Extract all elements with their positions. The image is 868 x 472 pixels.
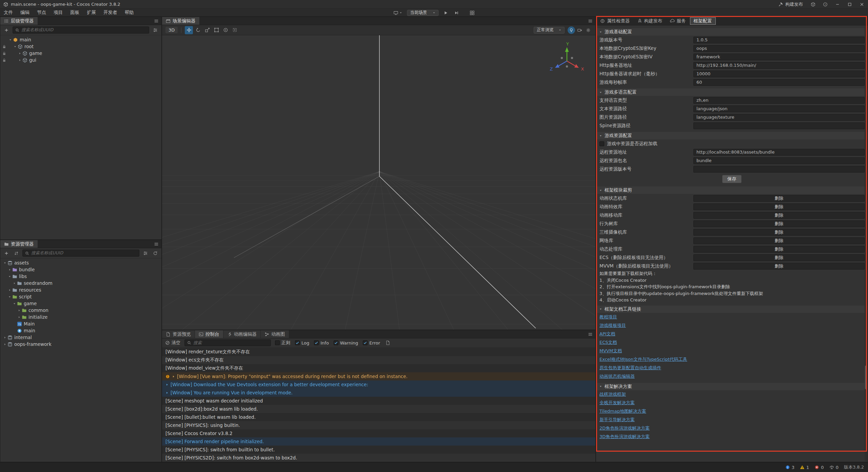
tree-item-gui[interactable]: gui bbox=[0, 57, 161, 63]
doc-link[interactable]: API文档 bbox=[599, 331, 615, 337]
orientation-gizmo[interactable]: Y X Z bbox=[537, 40, 595, 81]
log-row[interactable]: [Scene] meshopt wasm decoder initialized bbox=[162, 397, 595, 405]
console-filter-正则[interactable]: 正则 bbox=[275, 340, 290, 346]
menu-item-4[interactable]: 面板 bbox=[66, 9, 83, 16]
field-input[interactable] bbox=[693, 45, 865, 52]
tree-item-common[interactable]: common bbox=[0, 307, 161, 314]
tab-资源预览[interactable]: 资源预览 bbox=[162, 330, 195, 338]
collapse-arrow-icon[interactable] bbox=[8, 38, 13, 42]
delete-button[interactable]: 删除 bbox=[775, 221, 784, 227]
scale-tool-button[interactable] bbox=[203, 26, 211, 34]
menu-item-3[interactable]: 项目 bbox=[50, 9, 66, 16]
mode-3d-toggle[interactable]: 3D bbox=[165, 27, 178, 33]
menu-item-5[interactable]: 扩展 bbox=[83, 9, 100, 16]
tab-scene-editor[interactable]: 场景编辑器 bbox=[162, 17, 200, 25]
close-button[interactable] bbox=[856, 0, 868, 9]
console-filter-Log[interactable]: Log bbox=[295, 340, 309, 346]
panel-menu-button[interactable] bbox=[585, 17, 595, 25]
doc-link[interactable]: 全栈开发解决方案 bbox=[599, 400, 635, 406]
build-publish-button[interactable]: 构建发布 bbox=[774, 0, 807, 9]
delete-button[interactable]: 删除 bbox=[775, 246, 784, 252]
lock-icon[interactable] bbox=[2, 51, 6, 56]
tab-assets[interactable]: 资源管理器 bbox=[0, 240, 38, 248]
checkbox[interactable] bbox=[295, 340, 300, 345]
gizmo-space-button[interactable] bbox=[231, 26, 239, 34]
log-row[interactable]: [Window] ecs文件夹不存在 bbox=[162, 356, 595, 364]
section-header[interactable]: 游戏基础配置 bbox=[596, 28, 868, 36]
inspector-tab-构建发布[interactable]: 构建发布 bbox=[634, 17, 666, 25]
expand-arrow-icon[interactable] bbox=[17, 308, 22, 312]
extension-store-button[interactable] bbox=[807, 0, 819, 9]
tree-item-assets[interactable]: assets bbox=[0, 259, 161, 266]
hierarchy-filter-button[interactable] bbox=[152, 26, 159, 34]
doc-link[interactable]: MVVM文档 bbox=[599, 348, 622, 354]
doc-link[interactable]: Excel格式转Json文件与TypeScript代码工具 bbox=[599, 356, 687, 362]
tree-item-game[interactable]: game bbox=[0, 300, 161, 307]
move-tool-button[interactable] bbox=[185, 26, 193, 34]
log-row[interactable]: [Scene] [PHYSICS]: using builtin. bbox=[162, 421, 595, 429]
collapse-arrow-icon[interactable] bbox=[7, 274, 12, 278]
tree-item-seedrandom[interactable]: seedrandom bbox=[0, 280, 161, 287]
scene-settings-button[interactable] bbox=[585, 26, 592, 34]
menu-item-7[interactable]: 帮助 bbox=[121, 9, 138, 16]
tab-动画图[interactable]: 动画图 bbox=[261, 330, 289, 338]
expand-arrow-icon[interactable] bbox=[7, 268, 12, 272]
panel-menu-button[interactable] bbox=[151, 240, 161, 248]
layout-button[interactable] bbox=[469, 11, 476, 15]
scene-light-toggle[interactable] bbox=[568, 26, 575, 34]
delete-button[interactable]: 删除 bbox=[775, 229, 784, 235]
doc-link[interactable]: 游戏模板项目 bbox=[599, 322, 626, 329]
log-row[interactable]: [Scene] [bullet]:bullet wasm lib loaded. bbox=[162, 413, 595, 421]
doc-link[interactable]: ECS文档 bbox=[599, 339, 617, 346]
section-collapse-icon[interactable] bbox=[599, 189, 602, 192]
info-count-badge[interactable]: 3 bbox=[785, 465, 794, 470]
gizmo-pivot-button[interactable] bbox=[221, 26, 230, 34]
tree-item-resources[interactable]: resources bbox=[0, 287, 161, 293]
menu-item-0[interactable]: 文件 bbox=[0, 9, 17, 16]
scene-camera-button[interactable] bbox=[576, 26, 584, 34]
create-node-button[interactable] bbox=[3, 26, 10, 34]
expand-arrow-icon[interactable] bbox=[7, 288, 12, 292]
assets-filter-button[interactable] bbox=[142, 250, 149, 257]
section-header[interactable]: 框架解决方案 bbox=[596, 383, 868, 390]
expand-chevron-icon[interactable] bbox=[172, 375, 175, 378]
field-input[interactable] bbox=[693, 149, 865, 156]
tree-item-script[interactable]: script bbox=[0, 293, 161, 300]
expand-arrow-icon[interactable] bbox=[2, 342, 7, 346]
expand-arrow-icon[interactable] bbox=[17, 315, 22, 319]
log-row[interactable]: [Window] You are running Vue in developm… bbox=[162, 389, 595, 397]
log-row[interactable]: [Window] model_view文件夹不存在 bbox=[162, 364, 595, 372]
console-filter-Error[interactable]: Error bbox=[363, 340, 380, 346]
help-button[interactable]: ? bbox=[819, 0, 831, 9]
maximize-button[interactable] bbox=[844, 0, 856, 9]
log-row[interactable]: [Window] [Vue warn]: Property "onInput" … bbox=[162, 372, 595, 380]
log-row[interactable]: [Scene] Cocos Creator v3.8.2 bbox=[162, 429, 595, 437]
tree-item-main[interactable]: main bbox=[0, 36, 161, 43]
log-row[interactable]: [Window] render_texture文件夹不存在 bbox=[162, 348, 595, 356]
section-header[interactable]: 游戏多语言配置 bbox=[596, 88, 868, 96]
expand-chevron-icon[interactable] bbox=[165, 383, 169, 386]
checkbox[interactable] bbox=[314, 340, 319, 345]
sort-assets-button[interactable] bbox=[13, 250, 20, 257]
assets-search-input[interactable]: 搜索名称或UUID bbox=[22, 250, 139, 257]
scene-selector-dropdown[interactable]: 当前场景 bbox=[407, 10, 439, 16]
doc-link[interactable]: 3D角色扮演游戏解决方案 bbox=[599, 434, 650, 440]
console-search-input[interactable]: 搜索 bbox=[184, 339, 271, 346]
doc-link[interactable]: Tiledmap地图解决方案 bbox=[599, 408, 646, 414]
collapse-arrow-icon[interactable] bbox=[2, 261, 7, 265]
checkbox[interactable] bbox=[334, 340, 338, 345]
section-collapse-icon[interactable] bbox=[599, 91, 602, 94]
section-header[interactable]: 框架模块裁剪 bbox=[596, 186, 868, 194]
log-row[interactable]: [Scene] [PHYSICS2D]: switch from box2d-w… bbox=[162, 454, 595, 462]
clear-console-button[interactable]: 清空 bbox=[165, 340, 180, 346]
doc-link[interactable]: 教程项目 bbox=[599, 314, 617, 320]
checkbox[interactable] bbox=[363, 340, 368, 345]
log-row[interactable]: [Window] Download the Vue Devtools exten… bbox=[162, 380, 595, 389]
section-collapse-icon[interactable] bbox=[599, 134, 602, 137]
tree-item-main[interactable]: main bbox=[0, 327, 161, 334]
section-collapse-icon[interactable] bbox=[599, 31, 602, 34]
scene-viewport[interactable]: Y X Z bbox=[162, 35, 595, 330]
tree-item-internal[interactable]: internal bbox=[0, 334, 161, 341]
field-input[interactable] bbox=[693, 157, 865, 164]
expand-arrow-icon[interactable] bbox=[17, 58, 22, 62]
